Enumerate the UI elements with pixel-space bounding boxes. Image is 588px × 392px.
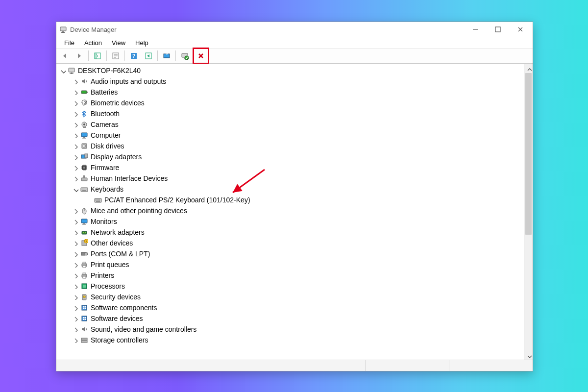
tree-category[interactable]: Storage controllers bbox=[56, 335, 524, 345]
network-icon bbox=[80, 228, 89, 237]
speaker-icon bbox=[80, 77, 89, 86]
tree-category-label: Software devices bbox=[91, 315, 143, 322]
chevron-down-icon[interactable] bbox=[59, 67, 66, 74]
action-button[interactable] bbox=[142, 49, 155, 63]
vertical-scrollbar[interactable] bbox=[524, 64, 533, 360]
tree-category[interactable]: Sound, video and game controllers bbox=[56, 324, 524, 335]
scroll-down-icon[interactable] bbox=[524, 351, 533, 360]
tree-category[interactable]: Ports (COM & LPT) bbox=[56, 248, 524, 259]
maximize-button[interactable] bbox=[487, 22, 509, 37]
chevron-right-icon[interactable] bbox=[72, 272, 79, 279]
uninstall-device-button[interactable] bbox=[193, 48, 209, 64]
minimize-button[interactable] bbox=[464, 22, 487, 37]
back-button[interactable] bbox=[58, 49, 72, 63]
tree-category[interactable]: Other devices bbox=[56, 238, 524, 248]
display-adapter-icon bbox=[80, 152, 89, 161]
tree-category-label: Biometric devices bbox=[91, 99, 145, 107]
chevron-right-icon[interactable] bbox=[72, 294, 79, 300]
menu-help[interactable]: Help bbox=[130, 39, 153, 47]
tree-root[interactable]: DESKTOP-F6K2L40 bbox=[56, 65, 524, 76]
scan-hardware-button[interactable] bbox=[178, 49, 192, 63]
chevron-right-icon[interactable] bbox=[72, 78, 79, 85]
tree-category[interactable]: Keyboards bbox=[56, 184, 524, 195]
tree-category[interactable]: Software components bbox=[56, 302, 524, 313]
chevron-right-icon[interactable] bbox=[72, 229, 79, 236]
tree-category[interactable]: Monitors bbox=[56, 216, 524, 227]
tree-category-label: Bluetooth bbox=[91, 110, 120, 118]
chevron-right-icon[interactable] bbox=[72, 218, 79, 225]
chevron-right-icon[interactable] bbox=[72, 110, 79, 117]
tree-category[interactable]: Network adapters bbox=[56, 227, 524, 238]
chevron-right-icon[interactable] bbox=[72, 153, 79, 160]
cpu-icon bbox=[80, 282, 89, 291]
speaker-icon bbox=[80, 325, 89, 334]
properties-button[interactable] bbox=[109, 49, 122, 63]
chevron-right-icon[interactable] bbox=[72, 261, 79, 268]
help-button[interactable] bbox=[127, 49, 141, 63]
tree-category[interactable]: Human Interface Devices bbox=[56, 173, 524, 184]
update-driver-button[interactable] bbox=[160, 49, 173, 63]
menu-view[interactable]: View bbox=[107, 39, 130, 47]
menu-action[interactable]: Action bbox=[79, 39, 107, 47]
tree-category[interactable]: Mice and other pointing devices bbox=[56, 205, 524, 216]
chevron-right-icon[interactable] bbox=[72, 99, 79, 106]
tree-category-label: Security devices bbox=[91, 293, 141, 301]
tree-category[interactable]: Audio inputs and outputs bbox=[56, 76, 524, 87]
chevron-right-icon[interactable] bbox=[72, 250, 79, 257]
tree-category-label: Cameras bbox=[91, 121, 119, 128]
tree-category[interactable]: Batteries bbox=[56, 87, 524, 98]
tree-category[interactable]: Firmware bbox=[56, 162, 524, 173]
chevron-down-icon[interactable] bbox=[72, 186, 79, 193]
tree-category-label: Computer bbox=[91, 131, 121, 139]
forward-button[interactable] bbox=[73, 49, 86, 63]
tree-category[interactable]: Bluetooth bbox=[56, 108, 524, 119]
chevron-right-icon[interactable] bbox=[72, 121, 79, 128]
tree-category[interactable]: Display adapters bbox=[56, 151, 524, 162]
titlebar: Device Manager bbox=[56, 22, 533, 37]
tree-category[interactable]: Security devices bbox=[56, 292, 524, 302]
tree-category-label: Network adapters bbox=[91, 228, 145, 236]
tree-category[interactable]: Printers bbox=[56, 270, 524, 281]
scroll-up-icon[interactable] bbox=[524, 64, 533, 73]
chevron-right-icon[interactable] bbox=[72, 164, 79, 171]
chevron-right-icon[interactable] bbox=[72, 89, 79, 96]
menu-file[interactable]: File bbox=[59, 39, 79, 47]
chevron-right-icon[interactable] bbox=[72, 337, 79, 343]
tree-category-label: Ports (COM & LPT) bbox=[91, 250, 150, 258]
scrollbar-thumb[interactable] bbox=[525, 73, 532, 235]
chevron-right-icon[interactable] bbox=[72, 304, 79, 311]
chevron-right-icon[interactable] bbox=[72, 283, 79, 290]
chevron-right-icon[interactable] bbox=[72, 132, 79, 139]
tree-device[interactable]: PC/AT Enhanced PS/2 Keyboard (101/102-Ke… bbox=[56, 195, 524, 205]
tree-category[interactable]: Software devices bbox=[56, 313, 524, 324]
tree-category[interactable]: Disk drives bbox=[56, 141, 524, 151]
chevron-right-icon[interactable] bbox=[72, 315, 79, 322]
computer-icon bbox=[67, 66, 76, 75]
device-manager-window: Device Manager File Action View Help DES… bbox=[56, 22, 533, 371]
chevron-right-icon[interactable] bbox=[72, 207, 79, 214]
tree-spacer bbox=[86, 196, 93, 203]
device-tree[interactable]: DESKTOP-F6K2L40 Audio inputs and outputs… bbox=[56, 64, 524, 360]
chevron-right-icon[interactable] bbox=[72, 240, 79, 246]
component-icon bbox=[80, 303, 89, 312]
show-hide-tree-button[interactable] bbox=[91, 49, 104, 63]
tree-category-label: Keyboards bbox=[91, 185, 123, 193]
keyboard-icon bbox=[94, 196, 102, 204]
tree-category[interactable]: Processors bbox=[56, 281, 524, 292]
close-button[interactable] bbox=[509, 22, 532, 37]
chevron-right-icon[interactable] bbox=[72, 175, 79, 182]
tree-category-label: Print queues bbox=[91, 261, 129, 269]
chevron-right-icon[interactable] bbox=[72, 326, 79, 333]
fingerprint-icon bbox=[80, 98, 89, 107]
tree-category[interactable]: Computer bbox=[56, 130, 524, 141]
disk-icon bbox=[80, 142, 89, 150]
unknown-device-icon bbox=[80, 239, 89, 247]
printer-icon bbox=[80, 271, 89, 280]
chevron-right-icon[interactable] bbox=[72, 143, 79, 149]
tree-category[interactable]: Cameras bbox=[56, 119, 524, 130]
toolbar bbox=[56, 48, 533, 64]
tree-category-label: Sound, video and game controllers bbox=[91, 325, 196, 333]
monitor-icon bbox=[80, 131, 89, 140]
tree-category[interactable]: Biometric devices bbox=[56, 98, 524, 108]
tree-category[interactable]: Print queues bbox=[56, 259, 524, 270]
